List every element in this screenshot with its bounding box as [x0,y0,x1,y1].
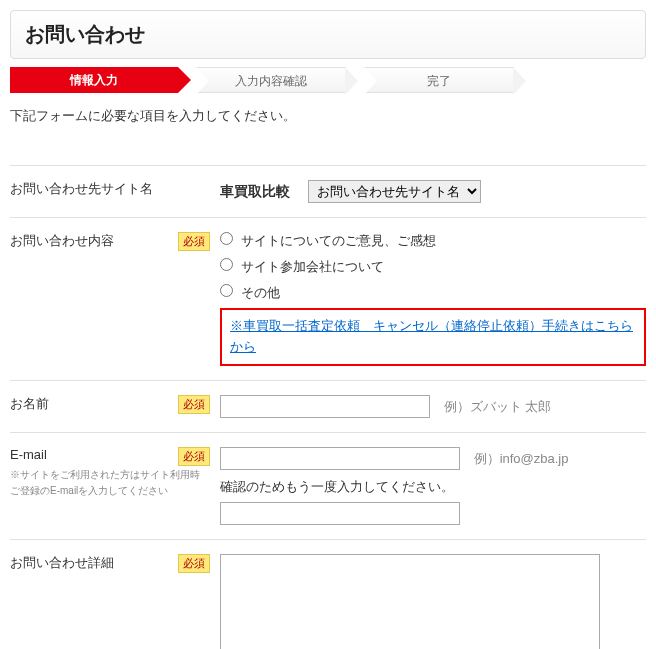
site-select[interactable]: お問い合わせ先サイト名 [308,180,481,203]
row-detail: お問い合わせ詳細 必須 [10,540,646,649]
detail-textarea[interactable] [220,554,600,649]
email-note-2: ご登録のE-mailを入力してください [10,484,168,498]
row-inquiry-type: お問い合わせ内容 必須 サイトについてのご意見、ご感想 サイト参加会社について … [10,218,646,381]
step-done: 完了 [364,67,514,93]
radio-text-3: その他 [241,285,280,300]
label-email: E-mail [10,447,178,462]
radio-row-1: サイトについてのご意見、ご感想 [220,232,646,250]
label-inquiry-type: お問い合わせ内容 [10,232,178,250]
label-col: E-mail 必須 ※サイトをご利用された方はサイト利用時 ご登録のE-mail… [10,447,220,525]
step-input: 情報入力 [10,67,178,93]
step-indicator: 情報入力 入力内容確認 完了 [10,67,646,93]
email-confirm-note: 確認のためもう一度入力してください。 [220,478,646,496]
radio-label-1[interactable]: サイトについてのご意見、ご感想 [220,233,436,248]
cancel-link-box: ※車買取一括査定依頼 キャンセル（連絡停止依頼）手続きはこちらから [220,308,646,366]
required-tag: 必須 [178,395,210,414]
page-title-container: お問い合わせ [10,10,646,59]
row-name: お名前 必須 例）ズバット 太郎 [10,381,646,433]
label-col: お問い合わせ先サイト名 [10,180,220,203]
required-tag: 必須 [178,232,210,251]
required-tag: 必須 [178,554,210,573]
row-email: E-mail 必須 ※サイトをご利用された方はサイト利用時 ご登録のE-mail… [10,433,646,540]
radio-text-1: サイトについてのご意見、ご感想 [241,233,436,248]
name-example: 例）ズバット 太郎 [444,399,552,414]
email-note-1: ※サイトをご利用された方はサイト利用時 [10,468,200,482]
label-col: お問い合わせ詳細 必須 [10,554,220,649]
label-detail: お問い合わせ詳細 [10,554,178,572]
radio-company[interactable] [220,258,233,271]
email-example: 例）info@zba.jp [474,451,569,466]
site-name-text: 車買取比較 [220,183,290,201]
label-col: お問い合わせ内容 必須 [10,232,220,366]
value-col: 例）ズバット 太郎 [220,395,646,418]
cancel-link[interactable]: ※車買取一括査定依頼 キャンセル（連絡停止依頼）手続きはこちらから [230,318,633,354]
label-site: お問い合わせ先サイト名 [10,180,153,203]
step-confirm: 入力内容確認 [196,67,346,93]
page-title: お問い合わせ [25,21,631,48]
intro-text: 下記フォームに必要な項目を入力してください。 [10,107,646,125]
label-col: お名前 必須 [10,395,220,418]
radio-opinion[interactable] [220,232,233,245]
email-input[interactable] [220,447,460,470]
radio-label-2[interactable]: サイト参加会社について [220,259,384,274]
radio-row-3: その他 [220,284,646,302]
radio-label-3[interactable]: その他 [220,285,280,300]
label-name: お名前 [10,395,178,413]
radio-other[interactable] [220,284,233,297]
row-site: お問い合わせ先サイト名 車買取比較 お問い合わせ先サイト名 [10,165,646,218]
email-confirm-input[interactable] [220,502,460,525]
value-col: 車買取比較 お問い合わせ先サイト名 [220,180,646,203]
radio-text-2: サイト参加会社について [241,259,384,274]
value-col [220,554,646,649]
name-input[interactable] [220,395,430,418]
radio-row-2: サイト参加会社について [220,258,646,276]
value-col: サイトについてのご意見、ご感想 サイト参加会社について その他 ※車買取一括査定… [220,232,646,366]
required-tag: 必須 [178,447,210,466]
value-col: 例）info@zba.jp 確認のためもう一度入力してください。 [220,447,646,525]
